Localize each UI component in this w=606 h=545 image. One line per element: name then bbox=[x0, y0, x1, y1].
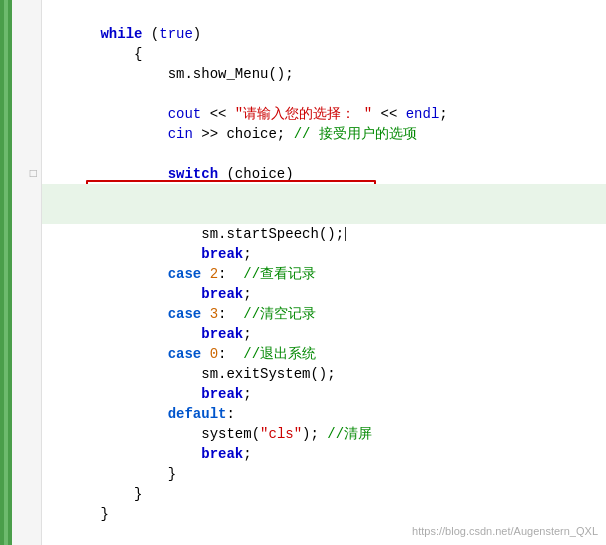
code-line-22: break; bbox=[42, 424, 606, 444]
watermark: https://blog.csdn.net/Augenstern_QXL bbox=[412, 525, 598, 537]
code-area: while (true) { sm.show_Menu(); cout << "… bbox=[42, 0, 606, 545]
code-line-6: cin >> choice; // 接受用户的选项 bbox=[42, 104, 606, 124]
code-line-7 bbox=[42, 124, 606, 144]
code-line-25: } bbox=[42, 484, 606, 504]
code-line-17: case 0: //退出系统 bbox=[42, 324, 606, 344]
code-editor: □ while (true) { sm.show_Me bbox=[0, 0, 606, 545]
code-line-8: switch (choice) bbox=[42, 144, 606, 164]
code-line-20: default: bbox=[42, 384, 606, 404]
code-line-3: sm.show_Menu(); bbox=[42, 44, 606, 64]
line-num-9: □ bbox=[30, 164, 37, 184]
code-line-10: case 1: //开始比赛 bbox=[42, 184, 606, 204]
left-accent-bar bbox=[0, 0, 12, 545]
code-line-2: { bbox=[42, 24, 606, 44]
code-line-14: break; bbox=[42, 264, 606, 284]
code-line-1: while (true) bbox=[42, 4, 606, 24]
code-line-21: system("cls"); //清屏 bbox=[42, 404, 606, 424]
code-line-11: sm.startSpeech(); bbox=[42, 204, 606, 224]
code-line-19: break; bbox=[42, 364, 606, 384]
code-line-18: sm.exitSystem(); bbox=[42, 344, 606, 364]
code-line-16: break; bbox=[42, 304, 606, 324]
code-line-13: case 2: //查看记录 bbox=[42, 244, 606, 264]
code-line-24: } bbox=[42, 464, 606, 484]
code-line-9: { bbox=[42, 164, 606, 184]
code-line-23: } bbox=[42, 444, 606, 464]
line-numbers: □ bbox=[12, 0, 42, 545]
code-line-4 bbox=[42, 64, 606, 84]
code-line-12: break; bbox=[42, 224, 606, 244]
code-line-15: case 3: //清空记录 bbox=[42, 284, 606, 304]
code-line-5: cout << "请输入您的选择： " << endl; bbox=[42, 84, 606, 104]
